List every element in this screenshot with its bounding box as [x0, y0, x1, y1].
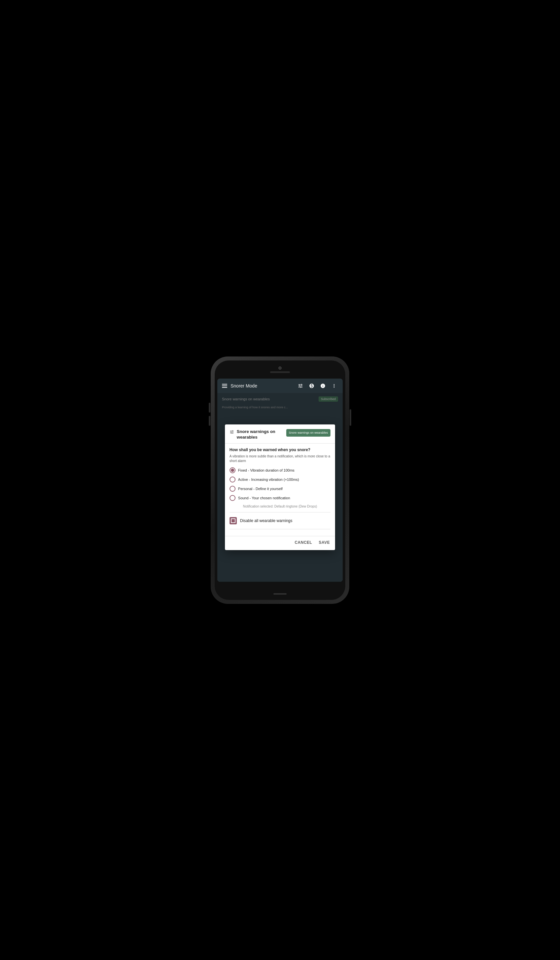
radio-personal-indicator [230, 486, 235, 492]
phone-inner: Snorer Mode Snore warnings on wearables [215, 360, 345, 600]
speaker [270, 371, 290, 373]
radio-option-active[interactable]: Active - Increasing vibration (+100ms) [230, 477, 330, 482]
radio-option-personal[interactable]: Personal - Define it yourself [230, 486, 330, 492]
radio-personal-label: Personal - Define it yourself [238, 487, 283, 491]
radio-sound-label: Sound - Your chosen notification [238, 496, 290, 500]
radio-fixed-indicator [230, 467, 235, 473]
screen: Snorer Mode Snore warnings on wearables [218, 379, 342, 582]
save-button[interactable]: SAVE [318, 539, 330, 546]
dialog: Snore warnings on wearables Snore warnin… [225, 424, 335, 550]
notification-note: Notification selected: Default ringtone … [230, 504, 330, 509]
home-indicator [274, 593, 286, 595]
dialog-title: Snore warnings on wearables [237, 429, 286, 440]
disable-warnings-checkbox[interactable] [230, 517, 237, 524]
radio-sound-indicator [230, 495, 235, 501]
disable-warnings-checkbox-row[interactable]: Disable all wearable warnings [230, 515, 330, 526]
camera [278, 366, 282, 370]
dialog-description: A vibration is more subtle than a notifi… [230, 454, 330, 463]
radio-fixed-label: Fixed - Vibration duration of 100ms [238, 468, 294, 472]
app-bar: Snorer Mode [218, 379, 342, 393]
dialog-header-button[interactable]: Snore warnings on wearables [286, 429, 331, 437]
phone-device: Snorer Mode Snore warnings on wearables [211, 357, 349, 604]
more-options-icon[interactable] [330, 382, 338, 390]
dialog-title-area: Snore warnings on wearables [230, 429, 286, 440]
info-icon[interactable] [319, 382, 327, 390]
power-button[interactable] [350, 409, 351, 426]
volume-up-button[interactable] [209, 403, 210, 413]
radio-active-label: Active - Increasing vibration (+100ms) [238, 478, 299, 482]
cancel-button[interactable]: CANCEL [294, 539, 313, 546]
dialog-sliders-icon [230, 430, 234, 436]
background-content: Snore warnings on wearables Subscribed P… [218, 393, 342, 582]
hamburger-menu-icon[interactable] [222, 384, 227, 388]
volume-down-button[interactable] [209, 416, 210, 426]
dialog-header: Snore warnings on wearables Snore warnin… [225, 424, 335, 444]
sliders-icon[interactable] [296, 382, 304, 390]
disable-warnings-label: Disable all wearable warnings [240, 518, 293, 523]
top-notch [270, 366, 290, 373]
dollar-icon[interactable] [308, 382, 315, 390]
dialog-actions: CANCEL SAVE [225, 536, 335, 550]
divider-1 [230, 512, 330, 512]
radio-option-sound[interactable]: Sound - Your chosen notification [230, 495, 330, 501]
radio-active-indicator [230, 477, 235, 482]
dialog-overlay: Snore warnings on wearables Snore warnin… [218, 393, 342, 582]
checkbox-inner-square [231, 518, 235, 523]
dialog-body: How shall you be warned when you snore? … [225, 443, 335, 536]
dialog-question: How shall you be warned when you snore? [230, 448, 330, 452]
app-title: Snorer Mode [230, 383, 293, 389]
radio-option-fixed[interactable]: Fixed - Vibration duration of 100ms [230, 467, 330, 473]
